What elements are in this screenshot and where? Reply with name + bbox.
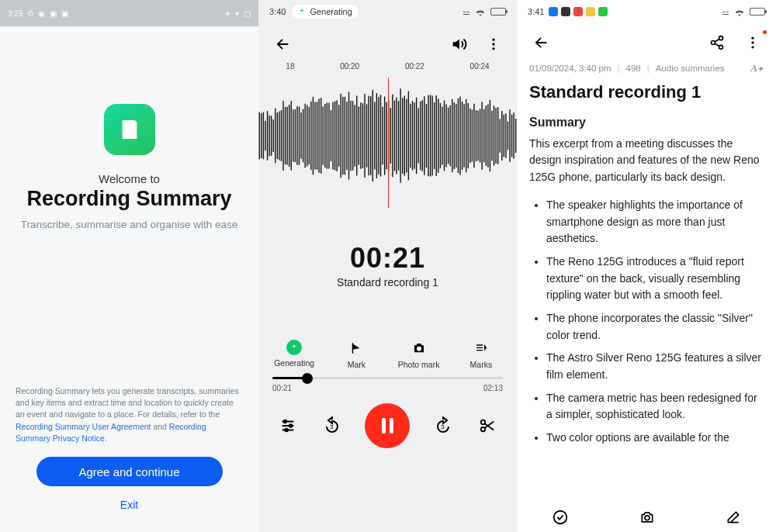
status-bar: 3:40 Generating ⚍ <box>258 0 517 23</box>
status-time: 3:41 <box>528 7 544 16</box>
svg-text:3: 3 <box>441 423 445 430</box>
status-time: 3:40 <box>269 7 286 16</box>
forward-3s-button[interactable]: 3 <box>431 413 456 438</box>
speaker-button[interactable] <box>447 33 470 56</box>
flag-icon <box>348 340 365 357</box>
generating-pill: Generating <box>292 5 358 19</box>
generating-label: Generating <box>274 358 314 368</box>
svg-point-134 <box>289 424 293 427</box>
status-bar: 3:41 ⚍ <box>517 0 776 23</box>
summary-body: This excerpt from a meeting discusses th… <box>529 136 764 186</box>
pause-button[interactable] <box>365 403 410 448</box>
svg-point-138 <box>481 420 486 425</box>
link-user-agreement[interactable]: Recording Summary User Agreement <box>16 422 151 431</box>
photo-mark-action[interactable]: Photo mark <box>392 340 446 369</box>
bullet-item: The Astro Silver Reno 125G features a si… <box>546 350 764 383</box>
marks-list-icon <box>473 340 490 357</box>
welcome-title: Recording Summary <box>26 187 231 211</box>
pause-icon <box>382 418 393 434</box>
rewind-3s-button[interactable]: 3 <box>320 413 345 438</box>
svg-point-1 <box>492 43 494 45</box>
camera-button[interactable] <box>636 506 659 528</box>
svg-point-140 <box>719 36 723 40</box>
back-button[interactable] <box>271 33 294 56</box>
exit-button[interactable]: Exit <box>120 499 138 511</box>
progress-slider[interactable] <box>272 377 503 379</box>
position-current: 00:21 <box>272 384 292 392</box>
battery-icon <box>490 8 506 16</box>
meta-section: Audio summaries <box>656 64 725 73</box>
meta-date: 01/09/2024, 3:40 pm <box>529 64 611 73</box>
screen-summary: 3:41 ⚍ 01/09/2024 <box>517 0 776 532</box>
more-menu-button[interactable] <box>483 33 504 55</box>
agree-continue-button[interactable]: Agree and continue <box>36 457 223 486</box>
camera-icon <box>411 340 428 357</box>
slider-thumb[interactable] <box>302 373 313 384</box>
meta-row: 01/09/2024, 3:40 pm | 498 | Audio summar… <box>517 62 776 74</box>
meta-count: 498 <box>626 64 641 73</box>
welcome-subtitle: Transcribe, summarise and organise with … <box>21 219 237 230</box>
status-bar: 3:29✆◉▣▣ ✈▾▢ <box>0 0 258 26</box>
svg-point-133 <box>284 420 287 423</box>
marks-label: Marks <box>470 360 493 369</box>
position-total: 02:13 <box>483 384 503 392</box>
more-menu-button[interactable] <box>742 32 764 54</box>
app-icon <box>104 104 155 155</box>
trim-scissors-button[interactable] <box>476 414 499 437</box>
generating-action[interactable]: Generating <box>267 340 321 369</box>
bullet-item: The phone incorporates the classic "Silv… <box>546 310 764 344</box>
welcome-label: Welcome to <box>99 172 160 185</box>
legal-text: Recording Summary lets you generate tran… <box>16 385 243 444</box>
summary-heading: Summary <box>529 113 764 133</box>
bullet-item: The camera metric has been redesigned fo… <box>546 390 764 423</box>
elapsed-time: 00:21 <box>258 242 517 275</box>
check-button[interactable] <box>549 506 572 529</box>
svg-point-135 <box>285 429 288 432</box>
recording-name: Standard recording 1 <box>258 276 517 288</box>
summary-content[interactable]: Summary This excerpt from a meeting disc… <box>517 113 776 501</box>
svg-point-139 <box>481 427 486 432</box>
mark-action[interactable]: Mark <box>329 340 383 369</box>
svg-point-141 <box>712 41 715 45</box>
svg-text:3: 3 <box>330 423 334 430</box>
share-button[interactable] <box>706 32 728 54</box>
svg-point-143 <box>751 37 753 40</box>
summary-bullets: The speaker highlights the importance of… <box>529 197 764 447</box>
svg-point-144 <box>751 41 753 43</box>
svg-point-146 <box>554 510 567 523</box>
edit-button[interactable] <box>722 506 744 528</box>
mark-label: Mark <box>348 360 365 369</box>
svg-point-0 <box>492 39 494 41</box>
ai-icon: A✦ <box>750 62 764 74</box>
photo-mark-label: Photo mark <box>398 360 440 369</box>
timeline-labels: 18 00:20 00:22 00:24 <box>258 62 517 78</box>
playhead <box>388 78 390 208</box>
bullet-item: The speaker highlights the importance of… <box>546 197 764 247</box>
summary-title: Standard recording 1 <box>517 74 776 113</box>
svg-point-147 <box>645 515 650 520</box>
svg-point-142 <box>719 45 723 49</box>
battery-icon <box>750 8 765 16</box>
screen-welcome: 3:29✆◉▣▣ ✈▾▢ Welcome to Recording Summar… <box>0 0 258 532</box>
svg-point-145 <box>751 46 753 48</box>
svg-point-2 <box>492 47 494 50</box>
back-button[interactable] <box>529 31 553 54</box>
screen-recorder: 3:40 Generating ⚍ 18 00:20 00:22 <box>258 0 517 532</box>
marks-action[interactable]: Marks <box>454 340 508 369</box>
bottom-toolbar <box>517 501 776 532</box>
status-time: 3:29 <box>8 9 23 18</box>
bullet-item: Two color options are available for the <box>546 430 764 447</box>
settings-equalizer-button[interactable] <box>276 414 300 437</box>
waveform[interactable] <box>258 78 517 194</box>
bullet-item: The Reno 125G introduces a "fluid report… <box>546 254 764 304</box>
